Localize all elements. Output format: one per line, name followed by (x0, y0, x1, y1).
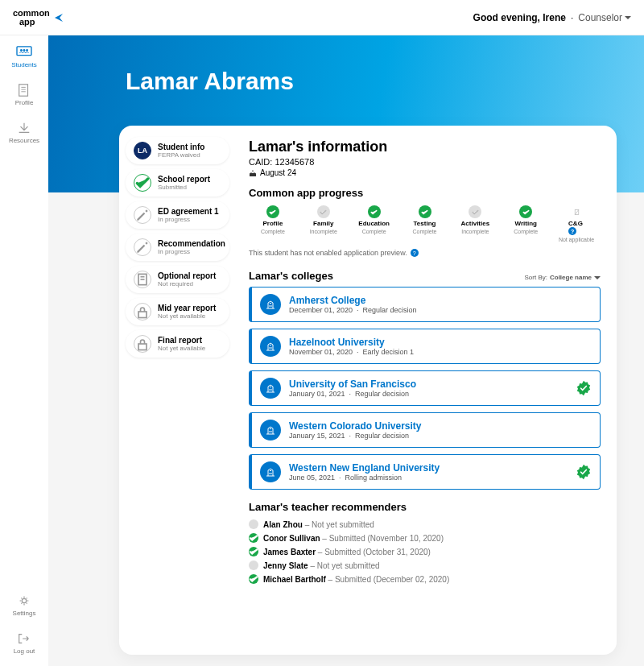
recommender-list: Alan Zhou – Not yet submitted Conor Sull… (249, 519, 601, 584)
profile-icon (15, 83, 33, 97)
recommender-row: Jenny Slate – Not yet submitted (249, 561, 601, 570)
logo-line1: common (13, 8, 50, 18)
progress-step: Education Complete (350, 205, 398, 242)
recommender-row: Conor Sullivan – Submitted (November 10,… (249, 533, 601, 543)
step-incomplete-icon (317, 205, 330, 218)
chevron-down-icon (625, 16, 631, 19)
tab-student-info[interactable]: LA Student info FERPA waived (126, 137, 229, 164)
sidebar: Students Profile Resources Settings Log … (0, 35, 48, 666)
college-card[interactable]: University of San Francisco January 01, … (249, 370, 601, 406)
step-complete-icon (419, 205, 431, 218)
submitted-icon (249, 547, 258, 556)
college-list: Amherst College December 01, 2020 · Regu… (249, 287, 601, 490)
college-name: University of San Francisco (289, 379, 568, 390)
logo-line2: app (19, 18, 50, 27)
svg-rect-12 (138, 312, 147, 318)
verified-badge-icon (576, 464, 592, 480)
step-na-icon (570, 205, 583, 218)
college-icon (260, 294, 281, 315)
tab-list: LA Student info FERPA waived School repo… (119, 126, 236, 655)
college-name: Western Colorado University (289, 420, 592, 432)
step-complete-icon (368, 205, 381, 218)
greeting-text: Good evening, Irene (473, 12, 566, 23)
svg-rect-13 (138, 344, 147, 350)
step-complete-icon (519, 205, 532, 218)
nav-profile[interactable]: Profile (15, 83, 34, 106)
gear-icon (15, 594, 33, 608)
student-card: LA Student info FERPA waived School repo… (119, 126, 617, 655)
verified-badge-icon (576, 380, 592, 396)
college-card[interactable]: Hazelnoot University November 01, 2020 ·… (249, 329, 601, 364)
cake-icon (249, 169, 257, 177)
nav-students[interactable]: Students (11, 45, 37, 68)
step-incomplete-icon (469, 205, 481, 218)
caid: CAID: 12345678 (249, 157, 601, 167)
college-name: Hazelnoot University (289, 337, 592, 348)
colleges-heading: Lamar's colleges (249, 270, 333, 282)
help-icon[interactable]: ? (568, 227, 576, 235)
recommender-row: Alan Zhou – Not yet submitted (249, 519, 601, 529)
help-icon[interactable]: ? (411, 249, 419, 257)
recommenders-heading: Lamar's teacher recommenders (249, 501, 601, 513)
recommender-row: Michael Bartholf – Submitted (December 0… (249, 574, 601, 584)
recommender-row: James Baxter – Submitted (October 31, 20… (249, 547, 601, 556)
sort-by[interactable]: Sort By: College name (525, 274, 601, 281)
progress-step: C&G ? Not applicable (552, 205, 601, 242)
info-title: Lamar's information (249, 139, 601, 155)
svg-point-2 (23, 49, 26, 52)
progress-heading: Common app progress (249, 187, 601, 199)
svg-line-15 (575, 209, 579, 214)
step-complete-icon (266, 205, 279, 218)
progress-steps: Profile Complete Family Incomplete Educa… (249, 205, 601, 242)
logo-mark-icon (53, 11, 66, 24)
progress-step: Family Incomplete (299, 205, 348, 242)
progress-step: Writing Complete (502, 205, 550, 242)
college-icon (260, 336, 281, 357)
college-icon (260, 378, 281, 399)
submitted-icon (249, 574, 258, 584)
greeting: Good evening, Irene · Counselor (473, 12, 631, 23)
role-menu[interactable]: Counselor (578, 12, 631, 23)
svg-rect-4 (19, 85, 28, 96)
progress-step: Activities Incomplete (451, 205, 499, 242)
college-name: Western New England University (289, 462, 568, 474)
tab-recommendation[interactable]: Recommendation In progress (126, 234, 229, 261)
resources-icon (15, 121, 33, 135)
college-card[interactable]: Western New England University June 05, … (249, 454, 601, 490)
tab-school-report[interactable]: School report Submitted (126, 169, 229, 196)
logout-icon (15, 631, 33, 646)
tab-optional-report[interactable]: Optional report Not required (126, 266, 229, 293)
nav-settings[interactable]: Settings (13, 594, 36, 617)
pending-icon (249, 561, 258, 570)
topbar: common app Good evening, Irene · Counsel… (0, 0, 644, 35)
tab-ed-agreement-1[interactable]: ED agreement 1 In progress (126, 201, 229, 229)
nav-resources[interactable]: Resources (9, 121, 39, 144)
logo[interactable]: common app (13, 9, 66, 27)
tab-final-report[interactable]: Final report Not yet available (126, 330, 229, 358)
svg-point-8 (22, 598, 26, 602)
tab-mid-year-report[interactable]: Mid year report Not yet available (126, 298, 229, 325)
college-icon (260, 420, 281, 441)
progress-step: Testing Complete (401, 205, 449, 242)
pending-icon (249, 519, 258, 529)
svg-point-1 (20, 49, 23, 52)
content-pane: Lamar's information CAID: 12345678 Augus… (236, 126, 617, 655)
submitted-icon (249, 533, 258, 543)
svg-point-3 (26, 49, 28, 52)
college-name: Amherst College (289, 295, 592, 306)
progress-step: Profile Complete (249, 205, 297, 242)
preview-note: This student has not enabled application… (249, 249, 601, 257)
college-card[interactable]: Amherst College December 01, 2020 · Regu… (249, 287, 601, 322)
college-card[interactable]: Western Colorado University January 15, … (249, 412, 601, 448)
college-icon (260, 461, 281, 482)
dob: August 24 (249, 168, 601, 177)
chevron-down-icon (594, 276, 601, 279)
students-icon (15, 45, 33, 60)
nav-logout[interactable]: Log out (14, 631, 35, 655)
student-name: Lamar Abrams (126, 68, 644, 95)
